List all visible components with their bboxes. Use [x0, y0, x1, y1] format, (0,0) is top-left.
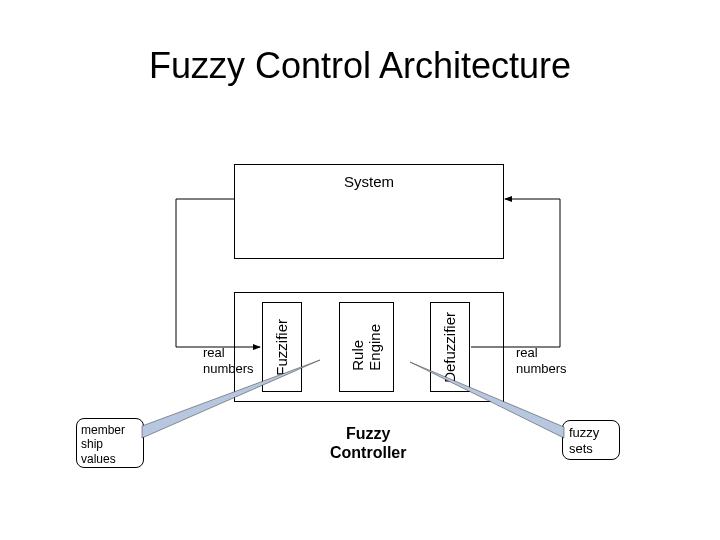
- system-label: System: [344, 173, 394, 190]
- defuzzifier-block: Defuzzifier: [430, 302, 470, 392]
- real-numbers-right-label: real numbers: [516, 345, 567, 376]
- defuzzifier-label: Defuzzifier: [442, 312, 459, 383]
- rule-engine-block: Rule Engine: [339, 302, 394, 392]
- fuzzy-sets-callout: fuzzy sets: [562, 420, 620, 460]
- fuzzy-controller-label: Fuzzy Controller: [330, 424, 406, 462]
- diagram-title: Fuzzy Control Architecture: [0, 45, 720, 87]
- membership-values-callout: member ship values: [76, 418, 144, 468]
- system-box: System: [234, 164, 504, 259]
- fuzzifier-label: Fuzzifier: [274, 319, 291, 376]
- fuzzifier-block: Fuzzifier: [262, 302, 302, 392]
- real-numbers-left-label: real numbers: [203, 345, 254, 376]
- rule-engine-label: Rule Engine: [350, 324, 383, 371]
